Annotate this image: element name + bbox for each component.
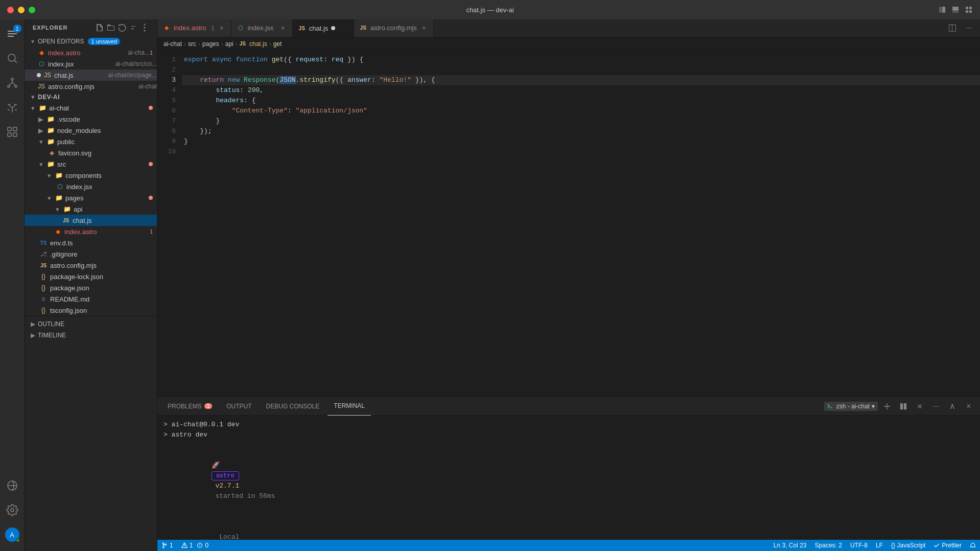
git-file-icon: ⎇ — [39, 249, 48, 259]
split-editor-button[interactable] — [945, 21, 960, 35]
new-terminal-button[interactable] — [880, 399, 894, 414]
minimize-button[interactable] — [18, 7, 25, 13]
code-editor[interactable]: 1 export async function get({ request: r… — [157, 51, 980, 397]
open-editor-index-astro[interactable]: ◆ index.astro ai-cha... 1 — [25, 47, 157, 58]
breadcrumb-api[interactable]: api — [225, 40, 234, 48]
open-editor-chat-js[interactable]: JS chat.js ai-chat/src/page... — [25, 70, 157, 81]
tree-file-env-dts[interactable]: TS env.d.ts — [25, 237, 157, 248]
collapse-all-icon[interactable] — [129, 24, 137, 32]
tree-file-index-jsx[interactable]: ⬡ index.jsx — [25, 181, 157, 192]
panel-tab-terminal[interactable]: TERMINAL — [328, 397, 371, 416]
panel-maximize-button[interactable]: ∧ — [945, 399, 960, 414]
outline-section: ▶ OUTLINE ▶ TIMELINE — [25, 316, 157, 343]
tab-close-button[interactable]: × — [420, 24, 428, 32]
tree-folder-public[interactable]: ▾ 📁 public — [25, 136, 157, 147]
breadcrumb-sep: › — [184, 40, 186, 48]
tree-folder-src[interactable]: ▾ 📁 src — [25, 158, 157, 170]
tree-folder-vscode[interactable]: ▶ 📁 .vscode — [25, 113, 157, 125]
tree-file-favicon[interactable]: ◈ favicon.svg — [25, 147, 157, 158]
tab-index-astro[interactable]: ◆ index.astro 1 × — [157, 19, 231, 37]
breadcrumb-pages[interactable]: pages — [202, 40, 219, 48]
git-status[interactable]: 1 — [161, 542, 173, 549]
account-avatar[interactable]: A — [0, 522, 25, 547]
maximize-button[interactable] — [29, 7, 35, 13]
kill-terminal-button[interactable] — [913, 399, 927, 414]
language-mode[interactable]: {} JavaScript — [891, 542, 925, 549]
tree-file-readme[interactable]: ≡ README.md — [25, 293, 157, 305]
close-button[interactable] — [7, 7, 14, 13]
tree-folder-api[interactable]: ▾ 📁 api — [25, 203, 157, 215]
formatter[interactable]: Prettier — [934, 542, 962, 549]
file-name: tsconfig.json — [50, 307, 157, 314]
activity-git[interactable] — [0, 71, 25, 95]
file-tree: ▾ OPEN EDITORS 1 unsaved ◆ index.astro a… — [25, 36, 157, 551]
tab-label: PROBLEMS — [168, 403, 202, 410]
breadcrumb-chatjs[interactable]: chat.js — [249, 40, 267, 48]
tree-folder-components[interactable]: ▾ 📁 components — [25, 170, 157, 181]
breadcrumb-src[interactable]: src — [188, 40, 196, 48]
notifications[interactable] — [970, 542, 976, 548]
tab-chat-js[interactable]: JS chat.js — [293, 19, 354, 37]
split-terminal-button[interactable] — [896, 399, 911, 414]
outline-header[interactable]: ▶ OUTLINE — [25, 318, 157, 330]
panel-tab-debug[interactable]: DEBUG CONSOLE — [260, 397, 326, 416]
tree-file-tsconfig[interactable]: {} tsconfig.json — [25, 305, 157, 316]
more-options-icon[interactable] — [141, 24, 149, 32]
tab-astro-config[interactable]: JS astro.config.mjs × — [354, 19, 434, 37]
folder-name: ai-chat — [49, 104, 149, 112]
tree-file-package-json[interactable]: {} package.json — [25, 282, 157, 293]
refresh-icon[interactable] — [118, 24, 126, 32]
open-editor-astro-config[interactable]: JS astro.config.mjs ai-chat — [25, 81, 157, 92]
tab-index-jsx[interactable]: ⬡ index.jsx × — [231, 19, 293, 37]
open-editors-header[interactable]: ▾ OPEN EDITORS 1 unsaved — [25, 36, 157, 47]
panel-tab-problems[interactable]: PROBLEMS 1 — [161, 397, 218, 416]
activity-explorer[interactable]: 1 — [0, 21, 25, 46]
line-num: 5 — [157, 96, 182, 106]
tree-file-gitignore[interactable]: ⎇ .gitignore — [25, 248, 157, 260]
terminal-instance-label[interactable]: zsh - ai-chat ▾ — [824, 402, 878, 411]
cursor-position[interactable]: Ln 3, Col 23 — [774, 542, 807, 549]
open-editor-index-jsx[interactable]: ⬡ index.jsx ai-chat/src/co... — [25, 58, 157, 70]
activity-extensions[interactable] — [0, 120, 25, 144]
more-terminal-options[interactable]: ··· — [929, 399, 943, 414]
activity-settings[interactable] — [0, 498, 25, 522]
line-content: export async function get({ request: req… — [182, 55, 980, 65]
line-num: 3 — [157, 75, 182, 85]
timeline-header[interactable]: ▶ TIMELINE — [25, 330, 157, 341]
tree-file-astro-config[interactable]: JS astro.config.mjs — [25, 260, 157, 271]
line-ending[interactable]: LF — [876, 542, 883, 549]
folder-chevron: ▾ — [53, 205, 61, 213]
sidebar-layout-icon[interactable] — [938, 6, 946, 14]
panel-tab-output[interactable]: OUTPUT — [220, 397, 258, 416]
tree-folder-ai-chat[interactable]: ▾ 📁 ai-chat — [25, 102, 157, 113]
activity-remote[interactable] — [0, 473, 25, 498]
breadcrumb-ai-chat[interactable]: ai-chat — [164, 40, 182, 48]
breadcrumb-get[interactable]: get — [273, 40, 282, 48]
more-tabs-button[interactable]: ··· — [962, 21, 976, 35]
folder-name: public — [57, 138, 157, 146]
line-content: } — [182, 116, 980, 126]
encoding[interactable]: UTF-8 — [850, 542, 868, 549]
folder-chevron: ▾ — [45, 171, 53, 179]
tree-file-index-astro[interactable]: ◆ index.astro 1 — [25, 226, 157, 237]
tab-close-button[interactable]: × — [218, 24, 226, 32]
tree-file-package-lock[interactable]: {} package-lock.json — [25, 271, 157, 282]
grid-layout-icon[interactable] — [965, 6, 973, 14]
workspace-header[interactable]: ▾ DEV-AI — [25, 92, 157, 102]
folder-icon: 📁 — [62, 204, 72, 214]
open-editor-filename: index.jsx — [48, 60, 113, 68]
tree-folder-pages[interactable]: ▾ 📁 pages — [25, 192, 157, 203]
terminal-content[interactable]: > ai-chat@0.0.1 dev > astro dev 🚀 astro … — [157, 416, 980, 540]
astro-file-icon: ◆ — [37, 48, 46, 57]
new-file-icon[interactable] — [96, 24, 104, 32]
tree-file-chat-js[interactable]: JS chat.js — [25, 215, 157, 226]
tree-folder-node-modules[interactable]: ▶ 📁 node_modules — [25, 125, 157, 136]
indent-mode[interactable]: Spaces: 2 — [815, 542, 842, 549]
panel-close-button[interactable]: × — [962, 399, 976, 414]
activity-debug[interactable] — [0, 95, 25, 120]
activity-search[interactable] — [0, 46, 25, 71]
new-folder-icon[interactable] — [107, 24, 115, 32]
tab-close-button[interactable]: × — [279, 24, 287, 32]
panel-layout-icon[interactable] — [951, 6, 960, 14]
errors-status[interactable]: 1 0 — [181, 542, 208, 549]
